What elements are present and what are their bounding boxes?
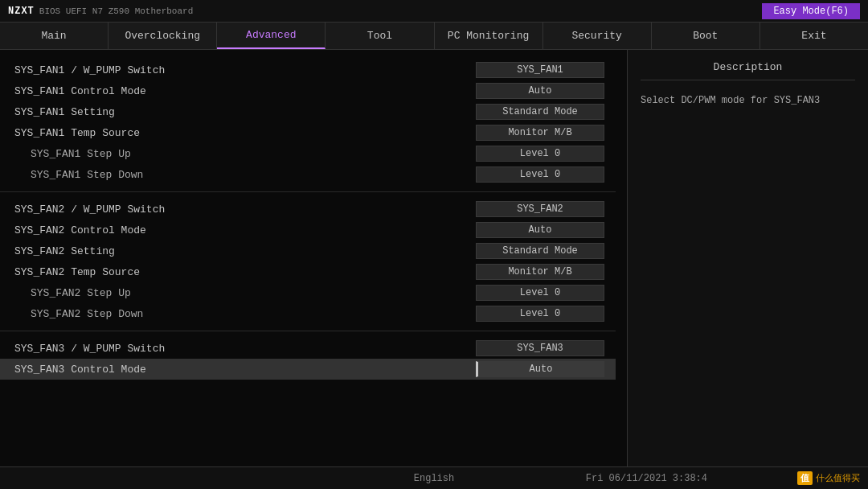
setting-label: SYS_FAN2 Setting [14, 245, 476, 257]
setting-label: SYS_FAN1 / W_PUMP Switch [14, 64, 476, 76]
setting-row[interactable]: SYS_FAN3 / W_PUMP SwitchSYS_FAN3 [0, 338, 616, 359]
description-title: Description [641, 61, 855, 80]
watermark-icon: 值 [797, 471, 813, 485]
easy-mode-button[interactable]: Easy Mode(F6) [762, 3, 860, 19]
setting-value[interactable]: Auto [476, 361, 604, 377]
setting-value[interactable]: SYS_FAN2 [476, 201, 604, 217]
setting-label: SYS_FAN3 Control Mode [14, 364, 476, 376]
setting-value[interactable]: SYS_FAN1 [476, 62, 604, 78]
settings-group-fan3: SYS_FAN3 / W_PUMP SwitchSYS_FAN3SYS_FAN3… [0, 335, 616, 386]
setting-label: SYS_FAN2 / W_PUMP Switch [14, 203, 476, 216]
setting-label: SYS_FAN1 Setting [14, 106, 476, 118]
bios-info: BIOS UEFI N7 Z590 Motherboard [39, 6, 193, 16]
nav-tab-tool[interactable]: Tool [326, 23, 434, 49]
description-panel: Description Select DC/PWM mode for SYS_F… [627, 50, 868, 466]
nav-tab-exit[interactable]: Exit [760, 23, 868, 49]
setting-value[interactable]: Monitor M/B [476, 264, 604, 280]
setting-value[interactable]: Level 0 [476, 285, 604, 301]
status-datetime: Fri 06/11/2021 3:38:4 [586, 473, 707, 484]
setting-row[interactable]: SYS_FAN1 Step UpLevel 0 [0, 143, 616, 164]
nav-tabs: MainOverclockingAdvancedToolPC Monitorin… [0, 23, 868, 50]
setting-row[interactable]: SYS_FAN2 Step DownLevel 0 [0, 303, 616, 324]
nav-tab-pc-monitoring[interactable]: PC Monitoring [435, 23, 543, 49]
nav-tab-security[interactable]: Security [543, 23, 652, 49]
description-text: Select DC/PWM mode for SYS_FAN3 [641, 93, 855, 109]
setting-value[interactable]: Level 0 [476, 146, 604, 162]
setting-value[interactable]: Level 0 [476, 166, 604, 183]
setting-value[interactable]: Auto [476, 83, 604, 99]
watermark: 值 什么值得买 [797, 471, 860, 485]
main-content: SYS_FAN1 / W_PUMP SwitchSYS_FAN1SYS_FAN1… [0, 50, 868, 466]
setting-label: SYS_FAN1 Temp Source [14, 127, 476, 139]
setting-value[interactable]: Standard Mode [476, 104, 604, 120]
setting-value[interactable]: Auto [476, 222, 604, 238]
setting-row[interactable]: SYS_FAN1 Step DownLevel 0 [0, 164, 616, 185]
nav-tab-main[interactable]: Main [0, 23, 108, 49]
nzxt-brand: NZXT [8, 6, 35, 17]
setting-row[interactable]: SYS_FAN2 Step UpLevel 0 [0, 282, 616, 303]
setting-label: SYS_FAN2 Temp Source [14, 266, 476, 278]
setting-label: SYS_FAN1 Step Down [14, 169, 476, 181]
settings-group-fan1: SYS_FAN1 / W_PUMP SwitchSYS_FAN1SYS_FAN1… [0, 56, 616, 192]
setting-label: SYS_FAN2 Step Down [14, 308, 476, 320]
nav-tab-boot[interactable]: Boot [652, 23, 760, 49]
setting-row[interactable]: SYS_FAN2 Temp SourceMonitor M/B [0, 261, 616, 282]
setting-label: SYS_FAN1 Step Up [14, 148, 476, 160]
setting-value[interactable]: SYS_FAN3 [476, 340, 604, 356]
setting-row[interactable]: SYS_FAN1 / W_PUMP SwitchSYS_FAN1 [0, 60, 616, 80]
settings-panel: SYS_FAN1 / W_PUMP SwitchSYS_FAN1SYS_FAN1… [0, 50, 627, 466]
setting-row[interactable]: SYS_FAN1 Control ModeAuto [0, 80, 616, 101]
watermark-text: 什么值得买 [816, 472, 860, 484]
settings-group-fan2: SYS_FAN2 / W_PUMP SwitchSYS_FAN2SYS_FAN2… [0, 195, 616, 331]
setting-row[interactable]: SYS_FAN1 SettingStandard Mode [0, 101, 616, 122]
setting-label: SYS_FAN3 / W_PUMP Switch [14, 343, 476, 355]
setting-row[interactable]: SYS_FAN2 / W_PUMP SwitchSYS_FAN2 [0, 199, 616, 220]
nav-tab-advanced[interactable]: Advanced [217, 23, 326, 49]
setting-value[interactable]: Monitor M/B [476, 125, 604, 141]
setting-value[interactable]: Standard Mode [476, 243, 604, 259]
setting-row[interactable]: SYS_FAN2 SettingStandard Mode [0, 240, 616, 261]
setting-row[interactable]: SYS_FAN3 Control ModeAuto [0, 359, 616, 380]
setting-row[interactable]: SYS_FAN1 Temp SourceMonitor M/B [0, 122, 616, 143]
setting-value[interactable]: Level 0 [476, 306, 604, 322]
nav-tab-overclocking[interactable]: Overclocking [108, 23, 217, 49]
settings-scroll[interactable]: SYS_FAN1 / W_PUMP SwitchSYS_FAN1SYS_FAN1… [0, 56, 627, 460]
header-bar: NZXT BIOS UEFI N7 Z590 Motherboard Easy … [0, 0, 868, 23]
header-logo: NZXT BIOS UEFI N7 Z590 Motherboard [8, 6, 193, 17]
status-language: English [414, 473, 454, 484]
status-bar: English Fri 06/11/2021 3:38:4 值 什么值得买 [0, 466, 868, 489]
setting-label: SYS_FAN2 Step Up [14, 287, 476, 299]
setting-label: SYS_FAN2 Control Mode [14, 224, 476, 236]
setting-label: SYS_FAN1 Control Mode [14, 85, 476, 97]
setting-row[interactable]: SYS_FAN2 Control ModeAuto [0, 220, 616, 240]
